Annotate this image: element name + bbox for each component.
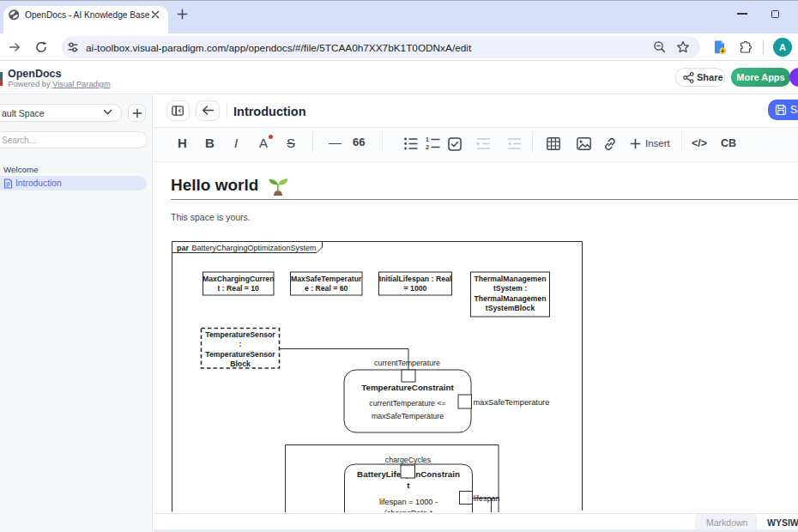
svg-text:t: t bbox=[407, 481, 410, 490]
svg-text:1: 1 bbox=[426, 136, 429, 142]
svg-text:tSystemBlock: tSystemBlock bbox=[486, 304, 535, 312]
svg-text:lifespan = 1000 -: lifespan = 1000 - bbox=[379, 498, 438, 506]
svg-text:currentTemperature: currentTemperature bbox=[374, 359, 440, 367]
svg-text::: : bbox=[239, 340, 242, 348]
svg-text:maxSafeTemperature: maxSafeTemperature bbox=[474, 398, 550, 407]
svg-text:par: par bbox=[177, 244, 190, 252]
svg-text:e : Real = 60: e : Real = 60 bbox=[305, 284, 348, 293]
svg-text:2: 2 bbox=[426, 144, 429, 150]
svg-text:MaxChargingCurren: MaxChargingCurren bbox=[203, 275, 275, 283]
svg-text:MaxSafeTemperatur: MaxSafeTemperatur bbox=[291, 275, 362, 283]
svg-text:Block: Block bbox=[230, 360, 251, 368]
svg-text:ThermalManagemen: ThermalManagemen bbox=[474, 294, 546, 303]
svg-text:maxSafeTemperature: maxSafeTemperature bbox=[372, 412, 444, 420]
svg-text:= 1000: = 1000 bbox=[404, 284, 427, 293]
svg-text:tSystem :: tSystem : bbox=[493, 284, 527, 293]
svg-text:chargeCycles: chargeCycles bbox=[385, 456, 432, 464]
svg-text:t : Real = 10: t : Real = 10 bbox=[217, 284, 259, 293]
svg-text:InitialLifespan : Real: InitialLifespan : Real bbox=[379, 275, 451, 283]
svg-text:TemperatureSensor: TemperatureSensor bbox=[205, 330, 275, 339]
svg-text:ThermalManagemen: ThermalManagemen bbox=[474, 275, 546, 283]
svg-text:(chargeRate *: (chargeRate * bbox=[384, 509, 433, 513]
svg-text:TemperatureSensor: TemperatureSensor bbox=[205, 350, 275, 359]
svg-text:TemperatureConstraint: TemperatureConstraint bbox=[361, 383, 454, 392]
svg-text:BatteryChargingOptimizationSys: BatteryChargingOptimizationSystem bbox=[192, 244, 317, 252]
svg-text:currentTemperature <=: currentTemperature <= bbox=[369, 399, 445, 408]
